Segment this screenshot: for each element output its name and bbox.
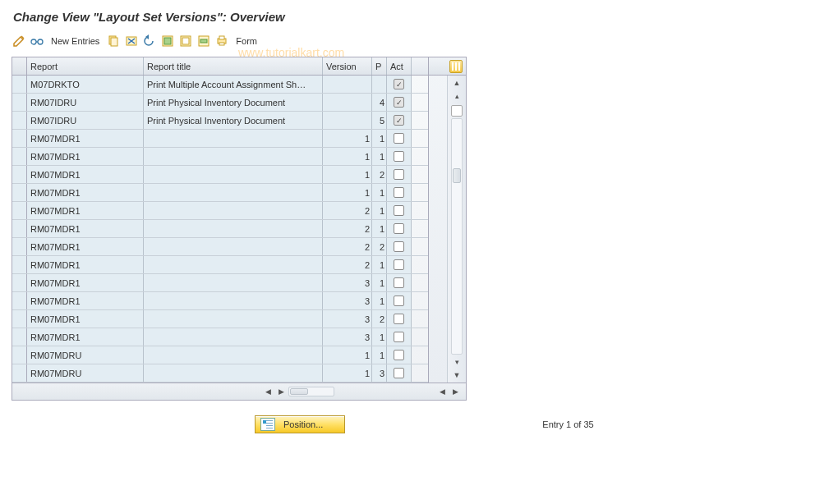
- glasses-icon[interactable]: [30, 34, 44, 48]
- cell-p[interactable]: 3: [372, 364, 387, 382]
- cell-p[interactable]: 1: [372, 202, 387, 219]
- act-checkbox[interactable]: [394, 133, 404, 144]
- row-selector[interactable]: [12, 202, 27, 219]
- cell-version[interactable]: 3: [323, 310, 372, 328]
- act-checkbox[interactable]: [394, 277, 404, 288]
- col-header-title[interactable]: Report title: [144, 57, 323, 75]
- cell-report[interactable]: RM07MDRU: [27, 364, 144, 382]
- delete-icon[interactable]: [124, 34, 139, 48]
- cell-title[interactable]: [144, 148, 323, 165]
- cell-report[interactable]: RM07MDR1: [27, 292, 144, 309]
- cell-title[interactable]: Print Multiple Account Assignment Sh…: [144, 76, 323, 93]
- row-selector[interactable]: [12, 274, 27, 291]
- cell-p[interactable]: 1: [372, 148, 387, 165]
- cell-p[interactable]: 2: [372, 310, 387, 328]
- row-selector[interactable]: [12, 238, 27, 255]
- select-block-icon[interactable]: [196, 34, 211, 48]
- hscroll-left-icon[interactable]: ◀: [262, 386, 274, 397]
- configure-columns-icon[interactable]: [449, 60, 463, 73]
- act-checkbox[interactable]: [394, 169, 404, 180]
- act-checkbox[interactable]: [394, 368, 404, 378]
- vertical-scrollbar[interactable]: ▲ ▴ ▾ ▼: [447, 76, 466, 383]
- cell-p[interactable]: 1: [372, 328, 387, 346]
- cell-version[interactable]: 1: [323, 130, 372, 147]
- row-selector[interactable]: [12, 310, 27, 328]
- act-checkbox[interactable]: [394, 241, 404, 252]
- cell-version[interactable]: 2: [323, 256, 372, 273]
- cell-title[interactable]: [144, 130, 323, 147]
- row-selector[interactable]: [12, 76, 27, 93]
- cell-report[interactable]: RM07MDR1: [27, 274, 144, 291]
- cell-report[interactable]: RM07MDR1: [27, 148, 144, 165]
- act-checkbox[interactable]: [394, 79, 404, 89]
- act-checkbox[interactable]: [394, 223, 404, 234]
- cell-p[interactable]: 1: [372, 346, 387, 364]
- copy-icon[interactable]: [106, 34, 121, 48]
- act-checkbox[interactable]: [394, 296, 404, 306]
- cell-report[interactable]: RM07MDR1: [27, 220, 144, 237]
- cell-title[interactable]: [144, 238, 323, 255]
- undo-icon[interactable]: [142, 34, 157, 48]
- col-header-act[interactable]: Act: [387, 57, 412, 75]
- cell-version[interactable]: 1: [323, 346, 372, 364]
- cell-version[interactable]: 3: [323, 292, 372, 309]
- cell-report[interactable]: RM07MDR1: [27, 238, 144, 255]
- cell-version[interactable]: 3: [323, 274, 372, 291]
- cell-version[interactable]: 1: [323, 364, 372, 382]
- row-selector[interactable]: [12, 184, 27, 201]
- row-selector[interactable]: [12, 130, 27, 147]
- cell-report[interactable]: RM07MDR1: [27, 184, 144, 201]
- act-checkbox[interactable]: [394, 259, 404, 270]
- row-selector[interactable]: [12, 292, 27, 309]
- cell-title[interactable]: Print Physical Inventory Document: [144, 112, 323, 129]
- cell-report[interactable]: RM07MDR1: [27, 256, 144, 273]
- scroll-thumb[interactable]: [453, 168, 461, 183]
- cell-version[interactable]: 3: [323, 328, 372, 346]
- cell-report[interactable]: M07DRKTO: [27, 76, 144, 93]
- row-selector[interactable]: [12, 364, 27, 382]
- cell-p[interactable]: 1: [372, 184, 387, 201]
- cell-version[interactable]: 1: [323, 166, 372, 183]
- hscroll-thumb[interactable]: [290, 388, 308, 395]
- cell-p[interactable]: 2: [372, 238, 387, 255]
- cell-title[interactable]: [144, 346, 323, 364]
- deselect-all-icon[interactable]: [178, 34, 193, 48]
- cell-title[interactable]: [144, 364, 323, 382]
- hscroll-right2-icon[interactable]: ▶: [449, 386, 461, 397]
- row-selector[interactable]: [12, 166, 27, 183]
- cell-version[interactable]: [323, 112, 372, 129]
- row-selector[interactable]: [12, 328, 27, 346]
- act-checkbox[interactable]: [394, 97, 404, 108]
- cell-title[interactable]: [144, 310, 323, 328]
- cell-title[interactable]: [144, 274, 323, 291]
- cell-title[interactable]: [144, 184, 323, 201]
- cell-version[interactable]: 2: [323, 220, 372, 237]
- cell-report[interactable]: RM07MDRU: [27, 346, 144, 364]
- scroll-up2-icon[interactable]: ▴: [451, 90, 463, 102]
- cell-p[interactable]: 5: [372, 112, 387, 129]
- cell-report[interactable]: RM07MDR1: [27, 328, 144, 346]
- cell-version[interactable]: [323, 76, 372, 93]
- scroll-track[interactable]: [451, 118, 463, 355]
- row-selector[interactable]: [12, 256, 27, 273]
- row-selector[interactable]: [12, 220, 27, 237]
- cell-p[interactable]: 1: [372, 274, 387, 291]
- cell-version[interactable]: 1: [323, 184, 372, 201]
- cell-title[interactable]: [144, 328, 323, 346]
- cell-title[interactable]: [144, 292, 323, 309]
- cell-version[interactable]: 1: [323, 148, 372, 165]
- cell-version[interactable]: 2: [323, 202, 372, 219]
- hscroll-track[interactable]: [288, 387, 334, 396]
- cell-p[interactable]: 4: [372, 94, 387, 111]
- cell-title[interactable]: [144, 166, 323, 183]
- select-all-icon[interactable]: [160, 34, 175, 48]
- position-button[interactable]: Position...: [255, 415, 345, 433]
- act-checkbox[interactable]: [394, 350, 404, 360]
- cell-title[interactable]: [144, 202, 323, 219]
- row-selector[interactable]: [12, 346, 27, 364]
- hscroll-left2-icon[interactable]: ◀: [436, 386, 448, 397]
- cell-p[interactable]: 1: [372, 256, 387, 273]
- cell-title[interactable]: [144, 220, 323, 237]
- cell-p[interactable]: 1: [372, 220, 387, 237]
- print-icon[interactable]: [214, 34, 229, 48]
